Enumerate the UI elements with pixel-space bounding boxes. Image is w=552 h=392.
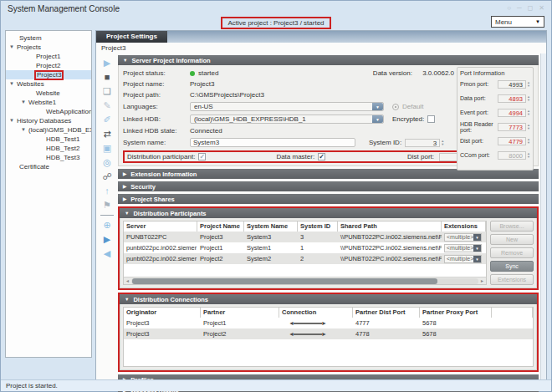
scrollbar-thumb[interactable]	[132, 278, 437, 284]
column-header-shared-path[interactable]: Shared Path	[338, 221, 442, 232]
section-header-distribution-connections[interactable]: Distribution Connections	[120, 294, 537, 304]
table-row[interactable]: PUNBT022PC Project3 System3 3 \\PUNBT022…	[124, 232, 486, 242]
section-header-security[interactable]: Security	[118, 181, 539, 191]
save-icon[interactable]: ▣	[100, 142, 114, 155]
dist-port-info-input[interactable]: 4779	[498, 137, 526, 145]
column-header-server[interactable]: Server	[124, 221, 197, 232]
upload-icon[interactable]: ↑	[100, 185, 114, 197]
expander-icon[interactable]: ▼	[9, 79, 17, 89]
section-header-distribution-participants[interactable]: Distribution Participants	[120, 208, 537, 218]
column-header-system-name[interactable]: System Name	[244, 221, 298, 232]
menu-dropdown[interactable]: Menu ▼	[491, 16, 544, 28]
record-icon[interactable]: ◎	[100, 156, 114, 169]
new-button[interactable]: New	[490, 234, 534, 245]
horizontal-scrollbar[interactable]: ◄ ►	[124, 277, 486, 284]
new-document-icon[interactable]: ❏	[100, 85, 114, 98]
browse-button[interactable]: Browse...	[490, 221, 534, 232]
spinner-arrows-icon[interactable]: ▲▼	[527, 138, 530, 145]
tree-item-gms-hdb-express[interactable]: ▼(local)\GMS_HDB_EXPRESS	[6, 125, 91, 135]
extensions-button[interactable]: Extensions	[490, 274, 534, 285]
column-header-system-id[interactable]: System ID	[298, 221, 338, 232]
tree-item-history-databases[interactable]: ▼History Databases	[6, 116, 91, 125]
tree-item-project3[interactable]: Project3	[6, 70, 91, 79]
tree-item-webapplication1[interactable]: WebApplication1	[6, 107, 91, 116]
extensions-combobox[interactable]: <multiple>▼	[444, 255, 482, 263]
tree-item-system[interactable]: System	[6, 33, 91, 43]
hdb-reader-port-input[interactable]: 7773	[498, 123, 526, 131]
linked-hdb-combobox[interactable]: (local)\GMS_HDB_EXPRESS\HDB_1 ▼	[190, 115, 384, 124]
back-icon[interactable]: ◀	[100, 247, 114, 260]
tree-item-hdb-test3[interactable]: HDB_Test3	[6, 153, 91, 162]
column-header-extensions[interactable]: Extensions	[442, 221, 486, 232]
encrypted-checkbox[interactable]	[427, 115, 435, 123]
tree-item-hdb-test2[interactable]: HDB_Test2	[6, 144, 91, 153]
column-header-partner[interactable]: Partner	[201, 308, 279, 318]
spinner-arrows-icon[interactable]: ▲▼	[527, 109, 530, 116]
tree-item-hdb-test1[interactable]: HDB_Test1	[6, 135, 91, 144]
languages-combobox[interactable]: en-US ▼	[190, 102, 384, 111]
chevron-down-icon[interactable]: ▼	[473, 234, 481, 241]
maximize-icon[interactable]: ◻	[528, 5, 534, 12]
run-icon[interactable]: ▶	[100, 57, 114, 69]
chevron-down-icon[interactable]: ▼	[372, 103, 383, 110]
link-icon[interactable]: ☍	[100, 171, 114, 183]
extensions-combobox[interactable]: <multiple>▼	[444, 244, 482, 252]
tab-project-settings[interactable]: Project Settings	[96, 31, 167, 43]
ccom-port-input[interactable]: 8000	[498, 151, 526, 160]
compare-icon[interactable]: ⇄	[100, 128, 114, 140]
system-name-input[interactable]: System3	[190, 138, 355, 147]
expander-icon[interactable]: ▼	[21, 125, 28, 135]
tree-item-projects[interactable]: ▼Projects	[6, 43, 91, 52]
column-header-project-name[interactable]: Project Name	[197, 221, 244, 232]
start-icon[interactable]: ▶	[100, 233, 114, 246]
tree-item-project2[interactable]: Project2	[6, 61, 91, 70]
table-row[interactable]: punbt022pc.in002.siemer Project2 System2…	[124, 253, 486, 264]
stop-icon[interactable]: ■	[100, 71, 114, 84]
chevron-down-icon[interactable]: ▼	[372, 115, 383, 123]
event-port-input[interactable]: 4994	[498, 109, 526, 117]
spinner-arrows-icon[interactable]: ▲▼	[527, 152, 530, 159]
column-header-partner-proxy-port[interactable]: Partner Proxy Port	[420, 308, 492, 318]
data-master-checkbox[interactable]	[318, 153, 325, 160]
sync-button[interactable]: Sync	[490, 261, 534, 272]
table-row[interactable]: punbt022pc.in002.siemer Project1 System1…	[124, 242, 486, 253]
section-header-server-project-information[interactable]: Server Project Information	[118, 55, 539, 65]
tree-item-certificate[interactable]: Certificate	[6, 162, 91, 171]
data-port-input[interactable]: 4893	[498, 94, 526, 103]
vertical-scrollbar[interactable]	[540, 53, 546, 381]
spinner-arrows-icon[interactable]: ▲▼	[527, 95, 530, 102]
column-header-connection[interactable]: Connection	[279, 308, 353, 318]
default-radio[interactable]	[392, 104, 399, 110]
pin-icon[interactable]: ⚑	[100, 199, 114, 211]
remove-button[interactable]: Remove	[490, 247, 534, 258]
column-header-partner-dist-port[interactable]: Partner Dist Port	[353, 308, 420, 318]
spinner-arrows-icon[interactable]: ▲▼	[527, 81, 530, 88]
system-id-input[interactable]: 3	[405, 139, 440, 147]
tree-item-website[interactable]: Website	[6, 89, 91, 98]
tree-item-websites[interactable]: ▼Websites	[6, 79, 91, 89]
minimize-icon[interactable]: ─	[517, 5, 522, 12]
close-icon[interactable]: ✕	[539, 5, 544, 12]
edit-icon[interactable]: ✎	[100, 99, 114, 112]
tree-item-project1[interactable]: Project1	[6, 52, 91, 61]
tree-item-website1[interactable]: ▼Website1	[6, 98, 91, 107]
scroll-left-icon[interactable]: ◄	[124, 278, 131, 283]
distribution-participant-checkbox[interactable]	[198, 153, 206, 160]
expander-icon[interactable]: ▼	[21, 98, 28, 107]
help-icon[interactable]: ○	[507, 5, 511, 12]
annotate-icon[interactable]: ✐	[100, 114, 114, 126]
pmon-port-input[interactable]: 4993	[498, 80, 526, 89]
scroll-right-icon[interactable]: ►	[478, 278, 486, 283]
chevron-down-icon[interactable]: ▼	[473, 245, 481, 252]
add-icon[interactable]: ⊕	[100, 219, 114, 232]
chevron-down-icon[interactable]: ▼	[473, 256, 481, 262]
expander-icon[interactable]: ▼	[9, 116, 17, 125]
table-row[interactable]: Project3 Project1 ◄► 4777 5678	[124, 318, 533, 328]
expander-icon[interactable]: ▼	[9, 43, 17, 52]
extensions-combobox[interactable]: <multiple>▼	[444, 233, 482, 242]
column-header-originator[interactable]: Originator	[124, 308, 201, 318]
table-row[interactable]: Project3 Project2 ◄► 4778 5678	[124, 328, 533, 339]
spinner-arrows-icon[interactable]: ▲▼	[441, 140, 444, 146]
section-header-project-shares[interactable]: Project Shares	[118, 194, 539, 204]
spinner-arrows-icon[interactable]: ▲▼	[527, 124, 530, 130]
